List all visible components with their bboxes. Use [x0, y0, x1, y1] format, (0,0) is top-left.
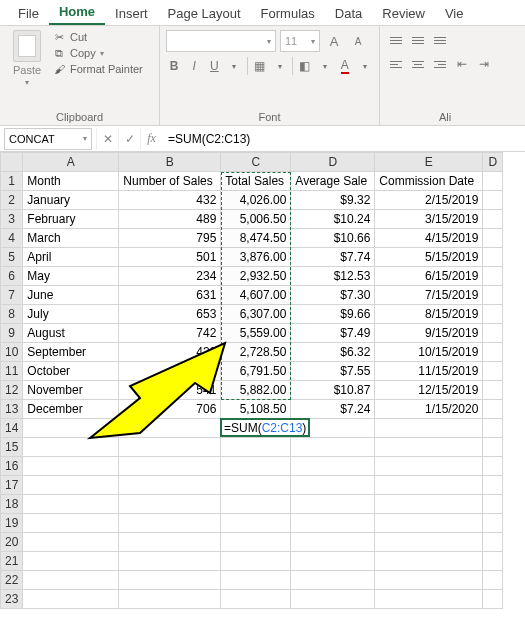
cell[interactable]: 653 — [119, 305, 221, 324]
cell[interactable] — [221, 476, 291, 495]
col-header[interactable]: D — [291, 153, 375, 172]
font-color-button[interactable]: A — [337, 56, 353, 76]
cell[interactable] — [221, 457, 291, 476]
tab-review[interactable]: Review — [372, 2, 435, 25]
cell[interactable] — [221, 438, 291, 457]
cell[interactable] — [375, 438, 483, 457]
cell[interactable] — [119, 419, 221, 438]
cell[interactable]: $12.53 — [291, 267, 375, 286]
cell[interactable] — [119, 476, 221, 495]
cell[interactable]: Total Sales — [221, 172, 291, 191]
row-header[interactable]: 13 — [1, 400, 23, 419]
fill-color-button[interactable]: ◧ — [296, 56, 312, 76]
cell[interactable]: 432 — [119, 191, 221, 210]
cell[interactable] — [375, 476, 483, 495]
cell[interactable]: February — [23, 210, 119, 229]
row-header[interactable]: 16 — [1, 457, 23, 476]
cell[interactable] — [119, 514, 221, 533]
row-header[interactable]: 19 — [1, 514, 23, 533]
cell[interactable] — [483, 514, 503, 533]
cell[interactable]: 1/15/2020 — [375, 400, 483, 419]
cell[interactable]: 5/15/2019 — [375, 248, 483, 267]
increase-font-button[interactable]: A — [324, 31, 344, 51]
insert-function-button[interactable]: fx — [140, 128, 162, 150]
cell[interactable] — [291, 533, 375, 552]
cell[interactable] — [23, 419, 119, 438]
cell[interactable]: 742 — [119, 324, 221, 343]
cell[interactable] — [23, 514, 119, 533]
cell[interactable]: April — [23, 248, 119, 267]
col-header[interactable]: D — [483, 153, 503, 172]
cell[interactable] — [483, 324, 503, 343]
cell[interactable] — [375, 514, 483, 533]
cell[interactable]: 6,307.00 — [221, 305, 291, 324]
cell[interactable]: 2,728.50 — [221, 343, 291, 362]
cell[interactable] — [375, 571, 483, 590]
row-header[interactable]: 17 — [1, 476, 23, 495]
chevron-down-icon[interactable]: ▾ — [317, 56, 333, 76]
cell[interactable] — [483, 400, 503, 419]
cell[interactable]: December — [23, 400, 119, 419]
cell[interactable] — [483, 305, 503, 324]
row-header[interactable]: 12 — [1, 381, 23, 400]
cell[interactable]: Month — [23, 172, 119, 191]
tab-home[interactable]: Home — [49, 0, 105, 25]
cell[interactable] — [23, 571, 119, 590]
row-header[interactable]: 6 — [1, 267, 23, 286]
cell[interactable] — [375, 533, 483, 552]
underline-button[interactable]: U — [206, 56, 222, 76]
bold-button[interactable]: B — [166, 56, 182, 76]
cell[interactable] — [483, 267, 503, 286]
decrease-font-button[interactable]: A — [348, 31, 368, 51]
row-header[interactable]: 10 — [1, 343, 23, 362]
cell[interactable] — [483, 381, 503, 400]
cell[interactable]: August — [23, 324, 119, 343]
cell[interactable] — [483, 457, 503, 476]
cell[interactable] — [375, 590, 483, 609]
cell[interactable]: 5,882.00 — [221, 381, 291, 400]
formula-input[interactable] — [162, 128, 525, 150]
cell[interactable]: June — [23, 286, 119, 305]
cell[interactable]: January — [23, 191, 119, 210]
tab-page-layout[interactable]: Page Layout — [158, 2, 251, 25]
cell[interactable]: 489 — [119, 210, 221, 229]
cell[interactable]: 11/15/2019 — [375, 362, 483, 381]
cell[interactable] — [119, 571, 221, 590]
cell[interactable]: November — [23, 381, 119, 400]
row-header[interactable]: 14 — [1, 419, 23, 438]
cell[interactable]: May — [23, 267, 119, 286]
cell[interactable]: $7.74 — [291, 248, 375, 267]
cell[interactable]: 4,607.00 — [221, 286, 291, 305]
cell[interactable] — [221, 419, 291, 438]
cell[interactable] — [291, 457, 375, 476]
tab-formulas[interactable]: Formulas — [251, 2, 325, 25]
cell[interactable] — [23, 476, 119, 495]
cell[interactable]: $7.49 — [291, 324, 375, 343]
row-header[interactable]: 7 — [1, 286, 23, 305]
cell[interactable]: $6.32 — [291, 343, 375, 362]
align-right-button[interactable] — [430, 54, 450, 74]
row-header[interactable]: 15 — [1, 438, 23, 457]
cell[interactable] — [375, 419, 483, 438]
cell[interactable] — [483, 419, 503, 438]
tab-data[interactable]: Data — [325, 2, 372, 25]
cell[interactable] — [483, 343, 503, 362]
cell[interactable]: 6/15/2019 — [375, 267, 483, 286]
font-size-select[interactable]: 11▾ — [280, 30, 320, 52]
cell[interactable] — [483, 533, 503, 552]
tab-view[interactable]: Vie — [435, 2, 474, 25]
cell[interactable]: 3/15/2019 — [375, 210, 483, 229]
cell[interactable]: 12/15/2019 — [375, 381, 483, 400]
cell[interactable]: 10/15/2019 — [375, 343, 483, 362]
row-header[interactable]: 22 — [1, 571, 23, 590]
cell[interactable]: $10.87 — [291, 381, 375, 400]
cell[interactable] — [483, 248, 503, 267]
cell[interactable]: March — [23, 229, 119, 248]
cell[interactable]: $10.24 — [291, 210, 375, 229]
row-header[interactable]: 2 — [1, 191, 23, 210]
select-all-corner[interactable] — [1, 153, 23, 172]
cell[interactable]: 2/15/2019 — [375, 191, 483, 210]
cell[interactable] — [23, 533, 119, 552]
row-header[interactable]: 11 — [1, 362, 23, 381]
decrease-indent-button[interactable]: ⇤ — [452, 54, 472, 74]
